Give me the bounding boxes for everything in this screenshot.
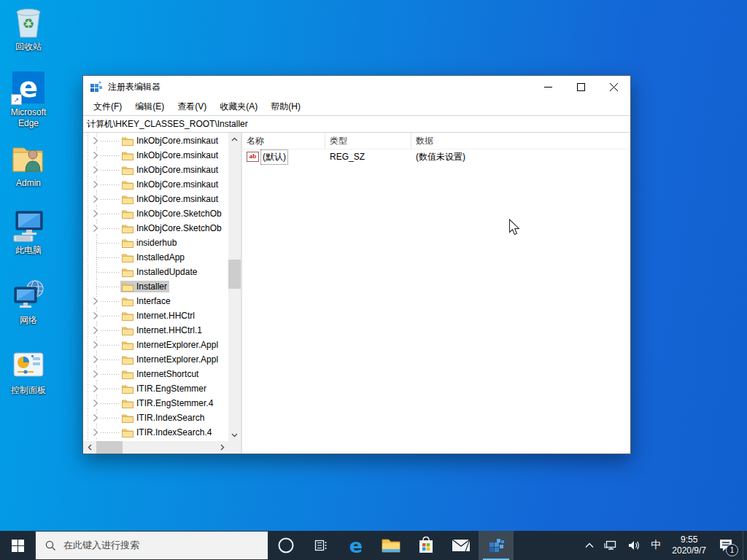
desktop-icon-network[interactable]: 网络	[0, 278, 57, 326]
menu-help[interactable]: 帮助(H)	[264, 98, 307, 115]
chevron-right-icon[interactable]	[91, 399, 100, 408]
menu-view[interactable]: 查看(V)	[171, 98, 213, 115]
tree-item[interactable]: ITIR.EngStemmer.4	[83, 396, 228, 411]
tree-item[interactable]: InternetExplorer.Appl	[83, 352, 228, 367]
chevron-right-icon[interactable]	[91, 136, 100, 145]
folder-icon	[122, 180, 133, 190]
shortcut-arrow-icon: ↗	[11, 94, 22, 105]
titlebar[interactable]: 注册表编辑器	[83, 76, 630, 98]
chevron-right-icon[interactable]	[91, 428, 100, 437]
maximize-button[interactable]	[565, 76, 597, 98]
scroll-down-arrow-icon[interactable]	[228, 429, 241, 441]
tree-item[interactable]: Internet.HHCtrl.1	[83, 323, 228, 338]
tree-item[interactable]: Installer	[83, 279, 228, 294]
desktop-icon-control-panel[interactable]: 控制面板	[0, 348, 57, 396]
desktop-icon-admin[interactable]: Admin	[0, 141, 57, 189]
scroll-left-arrow-icon[interactable]	[83, 441, 96, 454]
folder-icon	[122, 209, 133, 219]
minimize-button[interactable]	[532, 76, 565, 98]
desktop-icon-label: 回收站	[15, 42, 42, 52]
taskbar-clock[interactable]: 9:55 2020/9/7	[666, 531, 712, 560]
user-folder-icon	[11, 141, 46, 176]
chevron-right-icon[interactable]	[91, 341, 100, 349]
tree-item[interactable]: InkObjCore.msinkaut	[83, 148, 228, 163]
horizontal-scroll-thumb[interactable]	[96, 441, 123, 454]
menu-favorites[interactable]: 收藏夹(A)	[213, 98, 264, 115]
tree-item[interactable]: Interface	[83, 294, 228, 308]
start-button[interactable]	[0, 531, 35, 560]
tree-item[interactable]: ITIR.IndexSearch.4	[83, 425, 228, 440]
value-name[interactable]: (默认)	[261, 150, 287, 164]
tree-item[interactable]: ITIR.EngStemmer	[83, 381, 228, 396]
taskbar-edge-button[interactable]: e	[338, 531, 374, 560]
registry-values-pane[interactable]: 名称 类型 数据 ab (默认) REG_SZ (数值未设置)	[242, 133, 630, 454]
scroll-up-arrow-icon[interactable]	[228, 133, 241, 145]
chevron-right-icon[interactable]	[91, 195, 100, 203]
cortana-button[interactable]	[268, 531, 303, 560]
registry-value-row[interactable]: ab (默认) REG_SZ (数值未设置)	[242, 149, 630, 164]
tree-item-label: ITIR.EngStemmer.4	[136, 398, 213, 408]
tree-horizontal-scrollbar[interactable]	[83, 441, 228, 454]
tree-item[interactable]: InternetShortcut	[83, 367, 228, 381]
network-status-icon[interactable]	[599, 531, 622, 560]
column-header-type[interactable]: 类型	[325, 133, 411, 149]
chevron-right-icon[interactable]	[91, 413, 100, 422]
tree-item[interactable]: ITIR.IndexSearch	[83, 411, 228, 425]
scroll-right-arrow-icon[interactable]	[216, 441, 228, 454]
tree-item[interactable]: InkObjCore.SketchOb	[83, 221, 228, 236]
list-header: 名称 类型 数据	[242, 133, 630, 149]
taskbar-search-input[interactable]: 在此键入进行搜索	[35, 531, 268, 560]
folder-icon	[122, 195, 133, 204]
tree-item[interactable]: Internet.HHCtrl	[83, 308, 228, 323]
registry-tree-pane[interactable]: InkObjCore.msinkaut InkObjCore.msinkaut …	[83, 133, 242, 454]
tree-item[interactable]: InkObjCore.SketchOb	[83, 206, 228, 221]
chevron-right-icon[interactable]	[91, 224, 100, 233]
desktop-icon-edge[interactable]: e ↗ Microsoft Edge	[0, 70, 57, 129]
tree-item[interactable]: InkObjCore.msinkaut	[83, 177, 228, 192]
tree-item[interactable]: insiderhub	[83, 236, 228, 250]
tree-vertical-scrollbar[interactable]	[228, 133, 241, 441]
tree-item[interactable]: InstalledUpdate	[83, 265, 228, 279]
show-desktop-button[interactable]	[743, 531, 747, 560]
chevron-right-icon[interactable]	[91, 311, 100, 320]
ime-indicator[interactable]: 中	[646, 531, 666, 560]
tree-item[interactable]: InkObjCore.msinkaut	[83, 163, 228, 177]
chevron-right-icon[interactable]	[91, 355, 100, 364]
vertical-scroll-thumb[interactable]	[228, 260, 241, 289]
desktop-icon-this-pc[interactable]: 此电脑	[0, 208, 57, 256]
tray-expand-button[interactable]	[580, 531, 599, 560]
column-header-name[interactable]: 名称	[242, 133, 325, 149]
desktop-icon-label: Admin	[16, 178, 41, 189]
taskbar-store-button[interactable]	[409, 531, 444, 560]
chevron-right-icon[interactable]	[91, 326, 100, 335]
tree-item[interactable]: InternetExplorer.Appl	[83, 338, 228, 352]
folder-icon	[122, 268, 133, 277]
volume-icon[interactable]	[622, 531, 646, 560]
chevron-right-icon[interactable]	[91, 209, 100, 218]
desktop: ♻ 回收站 e ↗ Microsoft Edge Ad	[0, 0, 747, 560]
menu-edit[interactable]: 编辑(E)	[128, 98, 171, 115]
column-header-data[interactable]: 数据	[411, 133, 630, 149]
close-button[interactable]	[597, 76, 630, 98]
chevron-right-icon[interactable]	[91, 180, 100, 189]
taskbar-mail-button[interactable]	[444, 531, 479, 560]
action-center-button[interactable]: 1	[712, 531, 743, 560]
tree-item[interactable]: InkObjCore.msinkaut	[83, 133, 228, 148]
task-view-button[interactable]	[303, 531, 338, 560]
address-bar[interactable]: 计算机\HKEY_CLASSES_ROOT\Installer	[83, 115, 630, 133]
tree-item-label: ITIR.EngStemmer	[136, 384, 206, 394]
chevron-right-icon[interactable]	[91, 151, 100, 160]
menu-bar: 文件(F) 编辑(E) 查看(V) 收藏夹(A) 帮助(H)	[83, 98, 630, 115]
menu-file[interactable]: 文件(F)	[87, 98, 128, 115]
chevron-right-icon[interactable]	[91, 166, 100, 174]
taskbar-registry-editor-button[interactable]	[479, 531, 514, 560]
chevron-right-icon[interactable]	[91, 384, 100, 393]
taskbar-file-explorer-button[interactable]	[374, 531, 409, 560]
chevron-right-icon[interactable]	[91, 370, 100, 378]
chevron-right-icon[interactable]	[91, 297, 100, 306]
folder-icon	[122, 355, 133, 365]
tree-guide-line	[96, 287, 120, 287]
tree-item[interactable]: InstalledApp	[83, 250, 228, 265]
desktop-icon-recycle-bin[interactable]: ♻ 回收站	[0, 4, 57, 52]
tree-item[interactable]: InkObjCore.msinkaut	[83, 192, 228, 206]
